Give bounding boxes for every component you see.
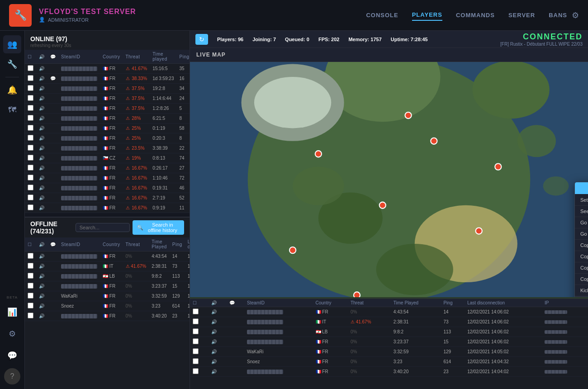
nav-server[interactable]: SERVER (508, 10, 535, 20)
ctx-menu-item[interactable]: Copy Nickname 3 (575, 262, 588, 274)
online-player-row[interactable]: 🔊 💬 🇫🇷 FR ⚠ 38.33% 1d 3:59:23 16 1:4:32 … (25, 74, 190, 84)
player-checkbox[interactable] (25, 104, 36, 114)
search-offline-button[interactable]: 🔍 Search in offline history (133, 220, 184, 235)
player-checkbox[interactable] (25, 183, 36, 193)
svg-point-5 (254, 77, 331, 128)
offline-player-row[interactable]: 🔊 🇫🇷 FR 0% 3:23:37 15 12/02/2021 14:06:0… (25, 281, 190, 291)
ctx-menu-item[interactable]: Copy SteamID 1 (575, 240, 588, 251)
offline-right-player-row[interactable]: 🔊 🇫🇷 FR 0% 4:43:54 14 12/02/2021 14:06:0… (190, 307, 588, 317)
online-player-row[interactable]: 🔊 🇫🇷 FR ⚠ 16.67% 0:9:19 11 0:9:19 • (25, 203, 190, 213)
player-checkbox[interactable] (25, 173, 36, 183)
offline-right-player-row[interactable]: 🔊 🇫🇷 FR 0% 3:23:37 15 12/02/2021 14:06:0… (190, 337, 588, 347)
player-checkbox[interactable] (25, 193, 36, 203)
offline-player-row[interactable]: 🔊 Snoez 🇫🇷 FR 0% 3:23 614 12/02/2021 14:… (25, 301, 190, 311)
online-player-row[interactable]: 🔊 🇫🇷 FR ⚠ 25% 0:1:19 58 0:1:19 • (25, 123, 190, 133)
player-checkbox[interactable] (25, 114, 36, 123)
odr-ping: 15 (441, 337, 465, 347)
map-canvas[interactable]: Hemmy ♪♫ Set Marker ▶ See notes Go to St… (190, 62, 588, 297)
settings-icon[interactable]: ⚙ (572, 10, 579, 20)
player-checkbox[interactable] (25, 74, 36, 84)
online-player-row[interactable]: 🔊 🇫🇷 FR ⚠ 37.5% 19:2:8 34 2:12:41 • (25, 84, 190, 94)
nav-bans[interactable]: BANS (549, 10, 567, 20)
ctx-menu-item[interactable]: Kick k (575, 285, 588, 296)
offline-player-row[interactable]: 🔊 🇮🇹 IT ⚠ 41.67% 2:38:31 73 12/02/2021 1… (25, 261, 190, 271)
ctx-menu-item[interactable]: Go to RustAdmin profile (575, 228, 588, 240)
off-player-checkbox[interactable] (25, 251, 36, 261)
player-checkbox[interactable] (25, 84, 36, 94)
online-player-row[interactable]: 🔊 🇨🇿 CZ ⚠ 19% 0:8:13 74 0:8:13 • (25, 153, 190, 163)
online-player-row[interactable]: 🔊 🇫🇷 FR ⚠ 23.5% 3:38:39 22 3:38:39 • (25, 143, 190, 153)
player-checkbox[interactable] (25, 203, 36, 213)
off-player-checkbox[interactable] (25, 291, 36, 301)
ctx-menu-item[interactable]: Set Marker ▶ (575, 194, 588, 206)
ctx-menu-item[interactable]: Ban b (575, 296, 588, 297)
player-threat: ⚠ 25% (123, 123, 150, 133)
odr-ping: 73 (441, 317, 465, 327)
player-checkbox[interactable] (25, 64, 36, 74)
online-player-row[interactable]: 🔊 🇫🇷 FR ⚠ 41.67% 15:16:5 35 1:47:34 • (25, 64, 190, 74)
offline-player-row[interactable]: 🔊 🇫🇷 FR 0% 3:40:20 23 12/02/2021 14:04:0… (25, 311, 190, 321)
nav-commands[interactable]: COMMANDS (456, 10, 495, 20)
offline-player-row[interactable]: 🔊 WaKaRi 🇫🇷 FR 0% 3:32:59 129 12/02/2021… (25, 291, 190, 301)
sidebar-item-discord[interactable]: 💬 (3, 346, 21, 365)
offline-player-row[interactable]: 🔊 🇱🇧 LB 0% 9:8:2 113 12/02/2021 14:06:02 (25, 271, 190, 281)
refresh-button[interactable]: ↻ (195, 34, 208, 45)
sidebar-item-beta-feature[interactable]: 📊 (3, 303, 21, 321)
odr-checkbox[interactable] (190, 357, 209, 367)
off-player-checkbox[interactable] (25, 311, 36, 321)
offline-right-player-row[interactable]: 🔊 🇫🇷 FR 0% 3:40:20 23 12/02/2021 14:04:0… (190, 367, 588, 377)
off-player-checkbox[interactable] (25, 281, 36, 291)
off-player-chat (47, 311, 59, 321)
online-player-row[interactable]: 🔊 🇫🇷 FR ⚠ 16.67% 0:26:17 27 0:26:17 • (25, 163, 190, 173)
off-player-checkbox[interactable] (25, 271, 36, 281)
svg-point-10 (517, 125, 556, 157)
off-player-checkbox[interactable] (25, 301, 36, 311)
off-player-checkbox[interactable] (25, 261, 36, 271)
offline-right-player-row[interactable]: 🔊 Snoez 🇫🇷 FR 0% 3:23 614 12/02/2021 14:… (190, 357, 588, 367)
off-col-time: Time Played (149, 237, 170, 251)
nav-console[interactable]: CONSOLE (366, 10, 398, 20)
off-col-check: ☐ (25, 237, 36, 251)
odr-checkbox[interactable] (190, 327, 209, 337)
sidebar-item-tools[interactable]: 🔧 (3, 55, 21, 73)
offline-player-row[interactable]: 🔊 🇫🇷 FR 0% 4:43:54 14 12/02/2021 14:06:0… (25, 251, 190, 261)
online-player-row[interactable]: 🔊 🇫🇷 FR ⚠ 16.67% 0:19:31 46 0:19:31 • (25, 183, 190, 193)
online-player-row[interactable]: 🔊 🇫🇷 FR ⚠ 16.67% 1:10:46 72 1:10:46 1176… (25, 173, 190, 183)
offline-search-input[interactable] (76, 223, 130, 232)
online-player-row[interactable]: 🔊 🇫🇷 FR ⚠ 16.67% 2:7:19 52 2:7:19 • (25, 193, 190, 203)
player-checkbox[interactable] (25, 143, 36, 153)
sidebar-item-help[interactable]: ? (4, 368, 20, 384)
odr-checkbox[interactable] (190, 317, 209, 327)
player-steamid (58, 143, 100, 153)
online-player-row[interactable]: 🔊 🇫🇷 FR ⚠ 25% 0:20:3 8 0:20:3 • (25, 133, 190, 143)
online-player-row[interactable]: 🔊 🇫🇷 FR ⚠ 37.5% 1:2:8:26 5 2:18:26 • (25, 104, 190, 114)
ctx-menu-item[interactable]: Copy IP 4 (575, 274, 588, 285)
odr-checkbox[interactable] (190, 307, 209, 317)
top-navigation: CONSOLE PLAYERS COMMANDS SERVER BANS (366, 9, 567, 21)
online-player-row[interactable]: 🔊 🇫🇷 FR ⚠ 37.5% 1:14:6:44 24 0:55:54 • (25, 94, 190, 104)
offline-right-player-row[interactable]: 🔊 🇱🇧 LB 0% 9:8:2 113 12/02/2021 14:06:02 (190, 327, 588, 337)
sidebar-item-map[interactable]: 🗺 (3, 101, 21, 119)
sidebar-item-alerts[interactable]: 🔔 (3, 81, 21, 99)
ctx-menu-item[interactable]: Copy network ID 2 (575, 251, 588, 262)
player-ping: 35 (176, 64, 190, 74)
odr-checkbox[interactable] (190, 367, 209, 377)
offline-right-player-row[interactable]: 🔊 WaKaRi 🇫🇷 FR 0% 3:32:59 129 12/02/2021… (190, 347, 588, 357)
offline-right-player-row[interactable]: 🔊 🇮🇹 IT ⚠ 41.67% 2:38:31 73 12/02/2021 1… (190, 317, 588, 327)
ctx-menu-item[interactable]: See notes (575, 206, 588, 217)
off-player-country: 🇫🇷 FR (100, 311, 123, 321)
sidebar-item-settings[interactable]: ⚙ (3, 325, 21, 343)
player-checkbox[interactable] (25, 123, 36, 133)
odr-checkbox[interactable] (190, 337, 209, 347)
online-player-row[interactable]: 🔊 🇫🇷 FR ⚠ 28% 6:21:5 8 6:21:5 • (25, 114, 190, 123)
player-checkbox[interactable] (25, 94, 36, 104)
player-checkbox[interactable] (25, 163, 36, 173)
player-checkbox[interactable] (25, 133, 36, 143)
odr-checkbox[interactable] (190, 347, 209, 357)
nav-players[interactable]: PLAYERS (412, 9, 442, 21)
sidebar-item-players[interactable]: 👥 (3, 35, 21, 53)
ctx-menu-item[interactable]: Go to Steam profile (575, 217, 588, 228)
od-col-threat: Threat (348, 299, 391, 307)
player-checkbox[interactable] (25, 153, 36, 163)
off-player-steamid (58, 271, 100, 281)
